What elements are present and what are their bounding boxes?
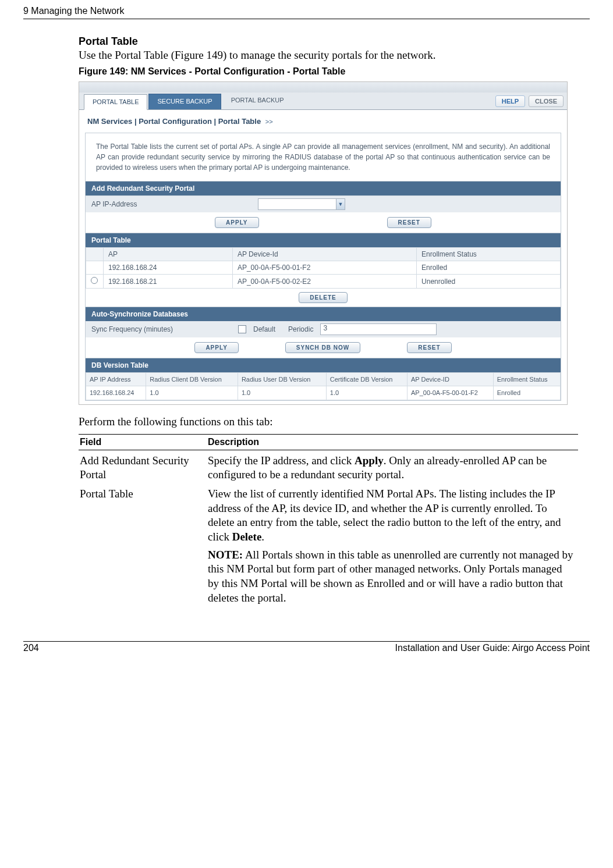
delete-button[interactable]: DELETE <box>299 292 347 303</box>
cell-cert: 1.0 <box>326 386 407 400</box>
col-ip: AP IP Address <box>86 373 146 386</box>
cell-rclient: 1.0 <box>146 386 238 400</box>
cell-device: AP_00-0A-F5-00-01-F2 <box>408 386 494 400</box>
panel-intro-text: The Portal Table lists the current set o… <box>86 133 561 181</box>
db-version-table: AP IP Address Radius Client DB Version R… <box>86 372 561 400</box>
footer-title: Installation and User Guide: Airgo Acces… <box>395 643 590 653</box>
synch-db-now-button[interactable]: SYNCH DB NOW <box>285 342 360 353</box>
tab-secure-backup[interactable]: SECURE BACKUP <box>148 94 221 109</box>
col-device: AP Device-Id <box>232 248 416 261</box>
th-field: Field <box>79 434 207 450</box>
radio-icon[interactable] <box>91 277 98 284</box>
note-label: NOTE: <box>208 549 243 561</box>
col-status: Enrollment Status <box>493 373 560 386</box>
note-text: All Portals shown in this table as unenr… <box>208 549 573 604</box>
screenshot-panel: PORTAL TABLE SECURE BACKUP PORTAL BACKUP… <box>79 81 568 405</box>
page-number: 204 <box>23 643 39 653</box>
field-desc: View the list of currently identified NM… <box>207 483 578 607</box>
col-ruser: Radius User DB Version <box>238 373 326 386</box>
th-description: Description <box>207 434 578 450</box>
apply-button[interactable]: APPLY <box>215 217 258 228</box>
col-cert: Certificate DB Version <box>326 373 407 386</box>
apply-button[interactable]: APPLY <box>194 342 238 353</box>
cell-ap: 192.168.168.21 <box>104 275 233 289</box>
cell-device: AP_00-0A-F5-00-01-F2 <box>232 261 416 275</box>
default-checkbox[interactable] <box>238 325 246 333</box>
help-button[interactable]: HELP <box>495 95 525 107</box>
field-name: Add Redundant Security Portal <box>79 450 207 483</box>
chevron-down-icon[interactable]: ▼ <box>336 199 345 209</box>
button-row-add-portal: APPLY RESET <box>86 212 561 233</box>
section-portal-table-header: Portal Table <box>86 233 561 247</box>
table-header-row: AP AP Device-Id Enrollment Status <box>86 248 561 261</box>
row-ap-ip-address: AP IP-Address ▼ <box>86 195 561 212</box>
cell-status: Enrolled <box>417 261 561 275</box>
cell-status: Unenrolled <box>417 275 561 289</box>
row-select-cell <box>86 261 104 275</box>
tab-bar: PORTAL TABLE SECURE BACKUP PORTAL BACKUP… <box>79 93 567 110</box>
cell-ip: 192.168.168.24 <box>86 386 146 400</box>
ap-ip-address-combo[interactable]: ▼ <box>258 198 345 210</box>
section-add-portal-header: Add Redundant Security Portal <box>86 181 561 195</box>
breadcrumb-arrow-icon: >> <box>265 118 273 125</box>
cell-device: AP_00-0A-F5-00-02-E2 <box>232 275 416 289</box>
row-sync-frequency: Sync Frequency (minutes) Default Periodi… <box>86 321 561 337</box>
cell-ap: 192.168.168.24 <box>104 261 233 275</box>
section-subhead: Portal Table <box>79 35 578 48</box>
page-footer: 204 Installation and User Guide: Airgo A… <box>23 641 590 653</box>
field-name: Portal Table <box>79 483 207 607</box>
table-row: 192.168.168.24 AP_00-0A-F5-00-01-F2 Enro… <box>86 261 561 275</box>
table-row: 192.168.168.21 AP_00-0A-F5-00-02-E2 Unen… <box>86 275 561 289</box>
label-ap-ip-address: AP IP-Address <box>91 200 137 208</box>
button-row-sync: APPLY SYNCH DB NOW RESET <box>86 337 561 358</box>
label-default: Default <box>253 325 275 333</box>
section-db-version-header: DB Version Table <box>86 358 561 372</box>
col-rclient: Radius Client DB Version <box>146 373 238 386</box>
portal-table: AP AP Device-Id Enrollment Status 192.16… <box>86 247 561 289</box>
table-header-row: AP IP Address Radius Client DB Version R… <box>86 373 561 386</box>
section-intro: Use the Portal Table (Figure 149) to man… <box>79 49 578 62</box>
field-desc: Specify the IP address, and click Apply.… <box>207 450 578 483</box>
label-periodic: Periodic <box>288 325 313 333</box>
running-head: 9 Managing the Network <box>23 6 590 19</box>
row-select-cell[interactable] <box>86 275 104 289</box>
cell-ruser: 1.0 <box>238 386 326 400</box>
col-device: AP Device-ID <box>408 373 494 386</box>
breadcrumb: NM Services | Portal Configuration | Por… <box>79 110 567 129</box>
running-head-left: 9 Managing the Network <box>23 6 124 16</box>
col-ap: AP <box>104 248 233 261</box>
reset-button[interactable]: RESET <box>387 217 431 228</box>
panel-body: The Portal Table lists the current set o… <box>85 133 561 401</box>
cell-status: Enrolled <box>493 386 560 400</box>
label-sync-frequency: Sync Frequency (minutes) <box>91 325 231 333</box>
periodic-input[interactable]: 3 <box>320 323 437 335</box>
figure-caption: Figure 149: NM Services - Portal Configu… <box>79 66 578 77</box>
section-autosync-header: Auto-Synchronize Databases <box>86 307 561 321</box>
tab-portal-table[interactable]: PORTAL TABLE <box>84 94 147 110</box>
table-row: 192.168.168.24 1.0 1.0 1.0 AP_00-0A-F5-0… <box>86 386 561 400</box>
screenshot-titlebar <box>79 82 567 93</box>
perform-functions-text: Perform the following functions on this … <box>79 415 578 428</box>
reset-button[interactable]: RESET <box>407 342 451 353</box>
col-status: Enrollment Status <box>417 248 561 261</box>
field-description-table: Field Description Add Redundant Security… <box>79 434 578 607</box>
tab-portal-backup[interactable]: PORTAL BACKUP <box>222 93 293 109</box>
close-button[interactable]: CLOSE <box>529 95 564 107</box>
delete-button-row: DELETE <box>86 289 561 307</box>
